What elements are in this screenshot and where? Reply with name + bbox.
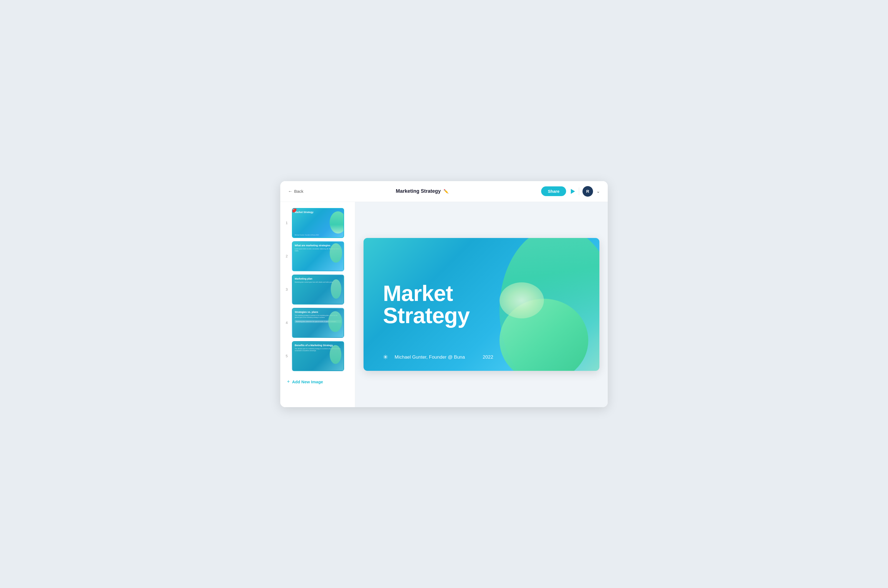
main-slide-title: Market Strategy bbox=[383, 282, 470, 327]
thumb-content-2: What are marketing strategies Lorem ipsu… bbox=[293, 242, 344, 271]
slide-number-2: 2 bbox=[284, 254, 289, 258]
thumb-shape-2 bbox=[330, 243, 342, 262]
slide-thumb-4[interactable]: Strategies vs. plans The marketing strat… bbox=[292, 308, 344, 338]
main-content: 1 − Market Strategy Michael Gunter, Foun… bbox=[280, 202, 608, 407]
chevron-down-button[interactable]: ⌄ bbox=[597, 189, 600, 194]
slide-item-1[interactable]: 1 − Market Strategy Michael Gunter, Foun… bbox=[280, 206, 355, 240]
add-new-image-button[interactable]: + Add New Image bbox=[280, 375, 355, 388]
add-new-label: Add New Image bbox=[292, 380, 323, 384]
slide-item-5[interactable]: 5 Benefits of a Marketing Strategy The u… bbox=[280, 339, 355, 373]
slide-item-3[interactable]: 3 Marketing plan Marketing plan content … bbox=[280, 273, 355, 306]
share-button[interactable]: Share bbox=[541, 186, 566, 196]
presentation-title: Marketing Strategy bbox=[396, 188, 441, 194]
divider bbox=[579, 188, 579, 195]
main-slide[interactable]: Market Strategy ✳ Michael Gunter, Founde… bbox=[364, 238, 600, 370]
slide-number-4: 4 bbox=[284, 321, 289, 325]
header: ← Back Marketing Strategy ✏️ Share R ⌄ bbox=[280, 181, 608, 202]
sidebar: 1 − Market Strategy Michael Gunter, Foun… bbox=[280, 202, 355, 407]
slide-item-2[interactable]: 2 What are marketing strategies Lorem ip… bbox=[280, 240, 355, 273]
thumb-shape-1 bbox=[330, 212, 344, 234]
main-slide-title-line2: Strategy bbox=[383, 304, 470, 327]
back-button[interactable]: ← Back bbox=[288, 189, 303, 194]
app-window: ← Back Marketing Strategy ✏️ Share R ⌄ bbox=[280, 181, 608, 407]
thumb-shape-3 bbox=[331, 279, 341, 299]
play-icon bbox=[569, 188, 575, 194]
add-icon: + bbox=[287, 379, 290, 385]
main-slide-footer: ✳ Michael Gunter, Founder @ Buna 2022 bbox=[383, 354, 493, 361]
thumb-content-1: Market Strategy Michael Gunter, Founder … bbox=[293, 208, 344, 237]
asterisk-icon: ✳ bbox=[383, 354, 388, 361]
main-slide-text: Market Strategy bbox=[383, 282, 470, 327]
back-arrow-icon: ← bbox=[288, 189, 293, 194]
slide-1-author: Michael Gunter, Founder @ Buna 2022 bbox=[295, 234, 319, 236]
main-slide-year: 2022 bbox=[483, 354, 493, 360]
thumb-content-5: Benefits of a Marketing Strategy The ult… bbox=[293, 342, 344, 370]
main-shape-circle bbox=[499, 282, 544, 318]
slide-thumb-5[interactable]: Benefits of a Marketing Strategy The ult… bbox=[292, 341, 344, 371]
slide-number-3: 3 bbox=[284, 287, 289, 291]
slide-item-4[interactable]: 4 Strategies vs. plans The marketing str… bbox=[280, 306, 355, 339]
slide-preview-area: Market Strategy ✳ Michael Gunter, Founde… bbox=[355, 202, 608, 407]
back-label: Back bbox=[294, 189, 303, 194]
header-actions: Share R ⌄ bbox=[541, 186, 600, 196]
thumb-content-3: Marketing plan Marketing plan content go… bbox=[293, 275, 344, 304]
edit-icon[interactable]: ✏️ bbox=[443, 189, 449, 194]
slide-thumb-1[interactable]: − Market Strategy Michael Gunter, Founde… bbox=[292, 208, 344, 238]
thumb-content-4: Strategies vs. plans The marketing strat… bbox=[293, 308, 344, 337]
svg-marker-0 bbox=[571, 189, 575, 194]
main-slide-author: Michael Gunter, Founder @ Buna bbox=[395, 354, 465, 360]
thumb-shape-5 bbox=[330, 345, 341, 364]
header-title-area: Marketing Strategy ✏️ bbox=[303, 188, 541, 194]
avatar-button[interactable]: R bbox=[583, 186, 593, 196]
slide-number-5: 5 bbox=[284, 354, 289, 358]
play-button[interactable] bbox=[569, 188, 575, 194]
thumb-shape-4 bbox=[328, 311, 342, 332]
slide-number-1: 1 bbox=[284, 221, 289, 225]
slide-thumb-2[interactable]: What are marketing strategies Lorem ipsu… bbox=[292, 241, 344, 271]
slide-thumb-3[interactable]: Marketing plan Marketing plan content go… bbox=[292, 274, 344, 304]
main-slide-title-line1: Market bbox=[383, 282, 470, 304]
